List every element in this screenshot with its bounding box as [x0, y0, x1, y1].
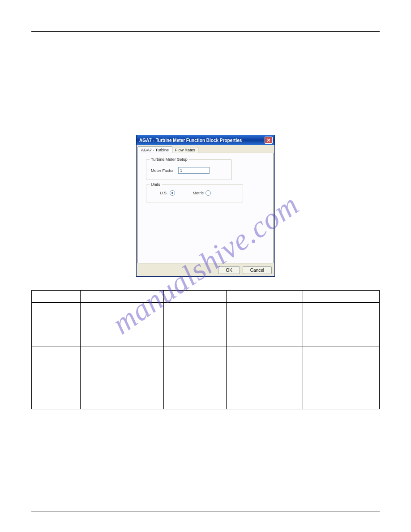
- tab-body: Turbine Meter Setup Meter Factor Units U…: [137, 153, 274, 263]
- meter-factor-input[interactable]: [178, 167, 210, 174]
- tabs-row: AGA7 - Turbine Flow Rates: [137, 145, 274, 153]
- dialog-title: AGA7 - Turbine Meter Function Block Prop…: [139, 138, 242, 143]
- group-title-turbine: Turbine Meter Setup: [150, 157, 189, 162]
- table-header-row: [32, 291, 380, 303]
- radio-icon: [206, 190, 211, 196]
- group-title-units: Units: [150, 182, 162, 187]
- table-row: [32, 347, 380, 409]
- table-header: [164, 291, 227, 303]
- parameter-table: [31, 290, 380, 409]
- units-group: Units U.S. Metric: [146, 184, 243, 202]
- properties-dialog: AGA7 - Turbine Meter Function Block Prop…: [136, 135, 275, 277]
- table-cell: [227, 347, 303, 409]
- table-header: [227, 291, 303, 303]
- dialog-screenshot: AGA7 - Turbine Meter Function Block Prop…: [31, 135, 380, 277]
- table-cell: [303, 303, 380, 347]
- table-cell: [80, 303, 163, 347]
- radio-us-label: U.S.: [160, 191, 168, 195]
- table-header: [303, 291, 380, 303]
- table-cell: [227, 303, 303, 347]
- ok-button[interactable]: OK: [218, 266, 240, 274]
- radio-metric[interactable]: Metric: [193, 190, 211, 196]
- table-cell: [164, 347, 227, 409]
- table-cell: [164, 303, 227, 347]
- content-area: AGA7 - Turbine Meter Function Block Prop…: [31, 45, 380, 511]
- dialog-titlebar: AGA7 - Turbine Meter Function Block Prop…: [137, 135, 274, 145]
- footer-rule: [31, 511, 380, 511]
- cancel-button[interactable]: Cancel: [243, 266, 272, 274]
- radio-us[interactable]: U.S.: [160, 190, 175, 196]
- table-cell: [303, 347, 380, 409]
- dialog-button-bar: OK Cancel: [137, 264, 274, 276]
- table-header: [80, 291, 163, 303]
- close-icon: [267, 138, 270, 142]
- meter-factor-label: Meter Factor: [151, 168, 174, 173]
- table-row: [32, 303, 380, 347]
- close-button[interactable]: [265, 137, 273, 144]
- table-cell: [32, 347, 81, 409]
- table-cell: [32, 303, 81, 347]
- radio-icon: [170, 190, 175, 196]
- header-rule: [31, 31, 380, 32]
- turbine-meter-setup-group: Turbine Meter Setup Meter Factor: [146, 159, 232, 180]
- radio-metric-label: Metric: [193, 191, 204, 195]
- table-header: [32, 291, 81, 303]
- table-cell: [80, 347, 163, 409]
- tab-aga7-turbine[interactable]: AGA7 - Turbine: [137, 146, 172, 153]
